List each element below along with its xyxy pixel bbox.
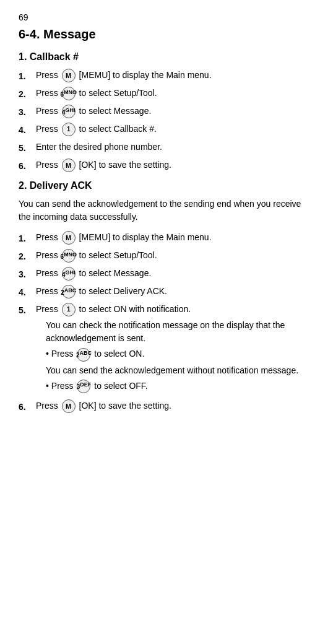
key-4ghi-button: 4GHI — [62, 105, 76, 118]
key-m-ok-button: M — [62, 159, 76, 172]
step-content: Press 6MNO to select Setup/Tool. — [36, 87, 314, 100]
step-num: 2. — [19, 87, 33, 101]
step-content: Press 4GHI to select Message. — [36, 105, 314, 118]
sub-note-2: • Press 2ABC to select ON. — [46, 347, 314, 361]
step-num: 4. — [19, 123, 33, 137]
step-content: Enter the desired phone number. — [36, 141, 314, 154]
key-4ghi-d-button: 4GHI — [62, 267, 76, 281]
step-num: 2. — [19, 249, 33, 263]
key-3def-off-button: 3DEF — [77, 380, 90, 393]
delivery-ack-description: You can send the acknowledgement to the … — [19, 198, 314, 224]
callback-steps-list: 1. Press M [MEMU] to display the Main me… — [19, 69, 314, 173]
section-delivery-ack-title: 2. Delivery ACK — [19, 180, 314, 191]
key-m-button: M — [62, 69, 76, 82]
section-callback-title: 1. Callback # — [19, 51, 314, 63]
step-num: 5. — [19, 141, 33, 155]
step-num: 6. — [19, 399, 33, 414]
key-6mno-button: 6MNO — [62, 87, 76, 100]
key-m-ok2-button: M — [62, 399, 76, 413]
step-content: Press 4GHI to select Message. — [36, 267, 314, 281]
key-1-button: 1 — [62, 123, 76, 136]
callback-step-4: 4. Press 1 to select Callback #. — [19, 123, 314, 137]
delivery-step-5: 5. Press 1 to select ON with notificatio… — [19, 303, 314, 396]
section-delivery-ack: 2. Delivery ACK You can send the acknowl… — [19, 180, 314, 414]
delivery-step-3: 3. Press 4GHI to select Message. — [19, 267, 314, 281]
step-content: Press M [MEMU] to display the Main menu. — [36, 231, 314, 245]
step-num: 1. — [19, 69, 33, 83]
key-2abc-on-button: 2ABC — [77, 348, 90, 362]
step-content: Press 1 to select ON with notification. … — [36, 303, 314, 396]
callback-step-6: 6. Press M [OK] to save the setting. — [19, 159, 314, 173]
step-num: 4. — [19, 285, 33, 299]
delivery-step-1: 1. Press M [MEMU] to display the Main me… — [19, 231, 314, 245]
step-content: Press 2ABC to select Delivery ACK. — [36, 285, 314, 298]
step-content: Press M [OK] to save the setting. — [36, 159, 314, 172]
callback-step-1: 1. Press M [MEMU] to display the Main me… — [19, 69, 314, 83]
step-num: 5. — [19, 303, 33, 317]
callback-step-2: 2. Press 6MNO to select Setup/Tool. — [19, 87, 314, 101]
step-content: Press M [OK] to save the setting. — [36, 399, 314, 413]
step-content: Press 1 to select Callback #. — [36, 123, 314, 136]
delivery-step-4: 4. Press 2ABC to select Delivery ACK. — [19, 285, 314, 299]
callback-step-3: 3. Press 4GHI to select Message. — [19, 105, 314, 119]
key-6mno-d-button: 6MNO — [62, 249, 76, 263]
sub-note-3: You can send the acknowledgement without… — [46, 364, 314, 377]
callback-step-5: 5. Enter the desired phone number. — [19, 141, 314, 155]
page-number: 69 — [19, 12, 314, 22]
section-callback: 1. Callback # 1. Press M [MEMU] to displ… — [19, 51, 314, 173]
step-num: 6. — [19, 159, 33, 173]
delivery-step-6: 6. Press M [OK] to save the setting. — [19, 399, 314, 414]
step-content: Press M [MEMU] to display the Main menu. — [36, 69, 314, 82]
delivery-step-2: 2. Press 6MNO to select Setup/Tool. — [19, 249, 314, 263]
step-content: Press 6MNO to select Setup/Tool. — [36, 249, 314, 263]
key-m-memu-button: M — [62, 231, 76, 245]
step-num: 3. — [19, 105, 33, 119]
main-title: 6-4. Message — [19, 27, 314, 41]
key-2abc-button: 2ABC — [62, 285, 76, 298]
sub-note-1: You can check the notification message o… — [46, 319, 314, 345]
step-num: 3. — [19, 267, 33, 281]
key-1-on-button: 1 — [62, 303, 76, 316]
delivery-ack-steps-list: 1. Press M [MEMU] to display the Main me… — [19, 231, 314, 414]
sub-note-4: • Press 3DEF to select OFF. — [46, 380, 314, 393]
step-num: 1. — [19, 231, 33, 245]
